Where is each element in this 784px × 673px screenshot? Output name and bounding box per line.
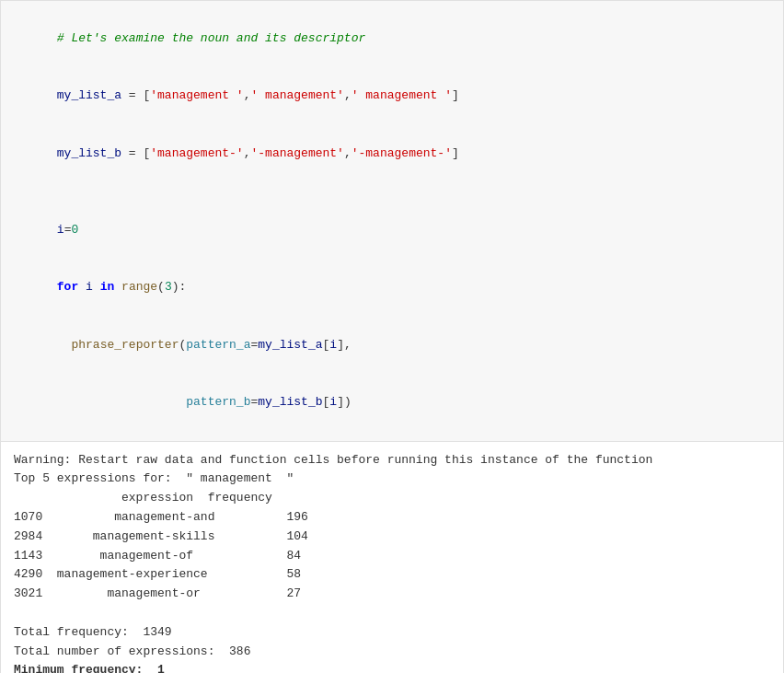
var-list-a: my_list_a [57, 88, 121, 102]
table-row-2984: 2984 management-skills 104 [14, 528, 770, 547]
warning-text: Warning: Restart raw data and function c… [14, 451, 770, 470]
keyword-for: for [57, 280, 78, 294]
table-row-3021: 3021 management-or 27 [14, 585, 770, 604]
table-row-1143: 1143 management-of 84 [14, 547, 770, 566]
output-cell: Warning: Restart raw data and function c… [0, 442, 784, 673]
code-line-for: for i in range(3): [14, 259, 770, 316]
table-row-4290: 4290 management-experience 58 [14, 565, 770, 585]
code-line-list-a: my_list_a = ['management ',' management'… [14, 67, 770, 124]
code-line-call2: pattern_b=my_list_b[i]) [14, 374, 770, 431]
code-line-i: i=0 [14, 202, 770, 259]
comment-text: # Let's examine the noun and its descrip… [57, 31, 365, 45]
var-list-b: my_list_b [57, 146, 121, 160]
table-row-1070: 1070 management-and 196 [14, 508, 770, 528]
code-line-call1: phrase_reporter(pattern_a=my_list_a[i], [14, 317, 770, 374]
code-line-blank1 [14, 182, 770, 202]
blank-line-1 [14, 604, 770, 623]
stat-min-freq: Minimum frequency: 1 [14, 661, 770, 673]
stat-total-freq: Total frequency: 1349 [14, 623, 770, 643]
var-i: i [57, 223, 64, 237]
code-line-list-b: my_list_b = ['management-','-management'… [14, 125, 770, 182]
notebook-container: # Let's examine the noun and its descrip… [0, 0, 784, 673]
code-cell: # Let's examine the noun and its descrip… [0, 0, 784, 442]
top5-header: Top 5 expressions for: " management " [14, 470, 770, 489]
table-header: expression frequency [14, 489, 770, 508]
stat-total-expr: Total number of expressions: 386 [14, 643, 770, 662]
code-line-comment: # Let's examine the noun and its descrip… [14, 10, 770, 67]
